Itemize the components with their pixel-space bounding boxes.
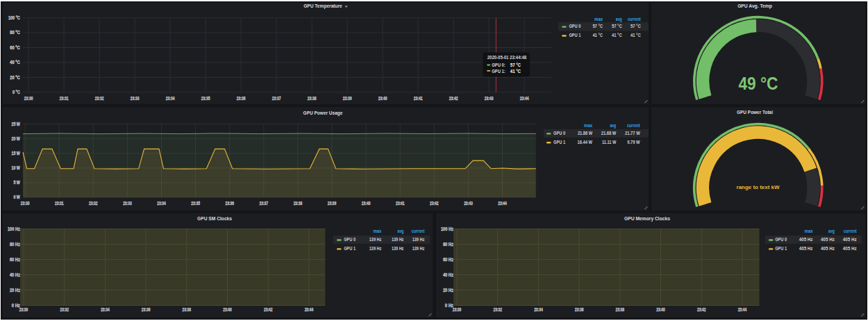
svg-text:40 °C: 40 °C — [10, 60, 20, 65]
svg-text:23:38: 23:38 — [183, 307, 192, 312]
svg-text:2020-05-01 23:44:48: 2020-05-01 23:44:48 — [487, 55, 527, 60]
svg-text:23:31: 23:31 — [60, 96, 69, 101]
svg-text:GPU Memory Clocks: GPU Memory Clocks — [624, 215, 670, 222]
svg-text:23:39: 23:39 — [328, 201, 337, 206]
svg-text:100 Hz: 100 Hz — [8, 227, 20, 231]
svg-text:139 Hz: 139 Hz — [392, 237, 404, 242]
svg-text:23:40: 23:40 — [378, 96, 387, 101]
svg-text:max: max — [594, 17, 603, 22]
svg-text:23:38: 23:38 — [616, 307, 625, 312]
svg-text:139 Hz: 139 Hz — [369, 237, 382, 242]
svg-text:23:40: 23:40 — [362, 201, 371, 206]
svg-text:57 °C: 57 °C — [612, 24, 622, 28]
svg-text:49 °C: 49 °C — [739, 74, 778, 93]
svg-text:GPU 0: GPU 0 — [344, 237, 356, 242]
svg-text:23:30: 23:30 — [21, 201, 30, 206]
svg-text:GPU 0:: GPU 0: — [492, 63, 506, 67]
svg-text:avg: avg — [610, 123, 616, 129]
svg-text:GPU 1: GPU 1 — [569, 33, 581, 38]
svg-text:range to text kW: range to text kW — [737, 184, 781, 190]
svg-text:41 °C: 41 °C — [592, 33, 603, 38]
svg-text:41 °C: 41 °C — [612, 33, 622, 38]
svg-text:0 °C: 0 °C — [12, 90, 20, 94]
svg-text:max: max — [373, 229, 381, 233]
svg-text:40 Hz: 40 Hz — [10, 272, 21, 277]
svg-text:20 W: 20 W — [12, 136, 21, 141]
svg-text:80 Hz: 80 Hz — [10, 242, 21, 247]
svg-text:80 °C: 80 °C — [10, 30, 20, 35]
svg-text:20 °C: 20 °C — [10, 75, 20, 80]
svg-text:23:36: 23:36 — [142, 307, 151, 312]
svg-text:23:34: 23:34 — [166, 96, 175, 101]
svg-text:21.77 W: 21.77 W — [625, 131, 640, 135]
svg-text:23:42: 23:42 — [449, 96, 458, 101]
svg-text:23:38: 23:38 — [308, 96, 317, 101]
svg-text:23:33: 23:33 — [123, 201, 132, 206]
svg-text:15 W: 15 W — [12, 151, 21, 156]
svg-text:23:35: 23:35 — [191, 201, 200, 206]
svg-text:41 °C: 41 °C — [510, 69, 521, 74]
svg-text:GPU Temperature: GPU Temperature — [303, 3, 342, 9]
svg-text:current: current — [844, 229, 857, 233]
svg-text:GPU Power Usage: GPU Power Usage — [303, 110, 343, 116]
svg-text:23:42: 23:42 — [264, 307, 273, 312]
svg-text:GPU 1: GPU 1 — [553, 140, 565, 145]
svg-text:23:36: 23:36 — [237, 96, 246, 101]
svg-text:21.68 W: 21.68 W — [601, 131, 617, 135]
svg-text:23:43: 23:43 — [485, 96, 494, 101]
svg-text:57 °C: 57 °C — [510, 63, 521, 67]
svg-text:23:32: 23:32 — [89, 201, 98, 206]
svg-text:405 Hz: 405 Hz — [843, 237, 857, 242]
svg-text:100 Hz: 100 Hz — [441, 227, 453, 231]
svg-text:GPU 0: GPU 0 — [775, 237, 787, 242]
svg-text:16.44 W: 16.44 W — [578, 140, 593, 145]
svg-text:23:42: 23:42 — [430, 201, 439, 206]
svg-text:405 Hz: 405 Hz — [799, 237, 813, 242]
svg-text:139 Hz: 139 Hz — [392, 246, 404, 251]
svg-text:23:41: 23:41 — [396, 201, 405, 206]
svg-text:23:34: 23:34 — [534, 307, 543, 312]
svg-text:GPU 0: GPU 0 — [569, 24, 581, 28]
svg-text:23:38: 23:38 — [294, 201, 303, 206]
svg-text:GPU SM Clocks: GPU SM Clocks — [197, 215, 232, 222]
svg-text:23:33: 23:33 — [131, 96, 140, 101]
svg-text:41 °C: 41 °C — [631, 33, 641, 38]
svg-text:23:44: 23:44 — [738, 307, 747, 312]
svg-text:100 °C: 100 °C — [8, 15, 20, 20]
svg-text:405 Hz: 405 Hz — [821, 237, 835, 242]
svg-text:23:36: 23:36 — [575, 307, 584, 312]
svg-text:11.11 W: 11.11 W — [602, 140, 617, 145]
svg-text:20 Hz: 20 Hz — [443, 288, 454, 293]
svg-text:139 Hz: 139 Hz — [412, 237, 425, 242]
svg-text:23:31: 23:31 — [55, 201, 64, 206]
svg-text:40 Hz: 40 Hz — [443, 272, 454, 277]
svg-text:max: max — [584, 123, 592, 128]
svg-text:GPU Avg. Temp: GPU Avg. Temp — [737, 3, 772, 9]
svg-text:GPU 1: GPU 1 — [344, 246, 356, 251]
svg-text:GPU 1:: GPU 1: — [492, 69, 506, 74]
svg-text:23:41: 23:41 — [414, 96, 423, 101]
svg-text:current: current — [628, 17, 641, 22]
svg-text:23:43: 23:43 — [464, 201, 473, 206]
svg-text:23:32: 23:32 — [60, 307, 69, 312]
svg-text:23:42: 23:42 — [697, 307, 706, 312]
svg-text:23:39: 23:39 — [343, 96, 352, 101]
svg-text:23:44: 23:44 — [498, 201, 507, 206]
svg-text:405 Hz: 405 Hz — [821, 246, 835, 251]
svg-text:139 Hz: 139 Hz — [412, 246, 425, 251]
svg-text:avg: avg — [616, 17, 622, 22]
svg-text:avg: avg — [828, 229, 835, 234]
svg-text:23:35: 23:35 — [201, 96, 210, 101]
svg-text:23:32: 23:32 — [95, 96, 104, 101]
svg-text:60 Hz: 60 Hz — [443, 257, 454, 262]
svg-text:20 Hz: 20 Hz — [10, 288, 21, 293]
svg-text:80 Hz: 80 Hz — [443, 242, 454, 247]
svg-text:GPU Power Total: GPU Power Total — [737, 109, 773, 115]
svg-text:23:44: 23:44 — [305, 307, 314, 312]
svg-text:5 W: 5 W — [13, 180, 20, 185]
svg-text:405 Hz: 405 Hz — [843, 246, 857, 251]
svg-text:9.79 W: 9.79 W — [627, 140, 640, 145]
svg-text:avg: avg — [398, 229, 404, 234]
svg-text:current: current — [627, 123, 640, 128]
svg-text:23:40: 23:40 — [656, 307, 665, 312]
